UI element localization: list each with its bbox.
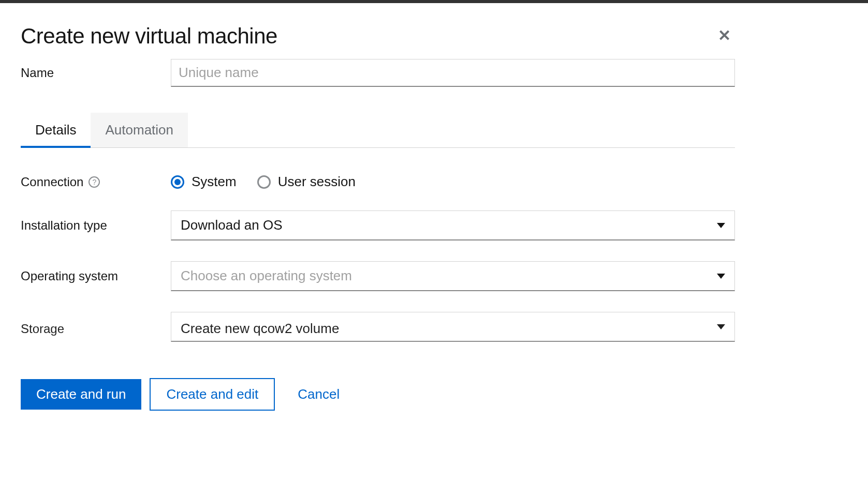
help-icon[interactable]: ? (89, 176, 100, 188)
close-button[interactable]: ✕ (714, 24, 735, 48)
installation-type-select[interactable]: Download an OS (171, 210, 735, 240)
chevron-down-icon (717, 274, 725, 279)
operating-system-row: Operating system Choose an operating sys… (21, 261, 735, 291)
storage-select[interactable]: Create new qcow2 volume (171, 312, 735, 342)
details-panel: Connection ? System User session (21, 174, 735, 363)
operating-system-placeholder: Choose an operating system (181, 268, 352, 284)
radio-user-session[interactable]: User session (257, 174, 356, 190)
operating-system-wrap: Choose an operating system (171, 261, 735, 291)
chevron-down-icon (717, 223, 725, 228)
radio-user-session-circle (257, 175, 271, 189)
storage-wrap: Create new qcow2 volume (171, 312, 735, 342)
tabs: Details Automation (21, 113, 735, 148)
scroll-fade (21, 357, 735, 363)
name-input-wrap (171, 59, 735, 87)
connection-radios: System User session (171, 174, 735, 190)
create-vm-dialog: Create new virtual machine ✕ Name Detail… (0, 3, 756, 426)
close-icon: ✕ (718, 27, 731, 44)
radio-system[interactable]: System (171, 174, 237, 190)
radio-system-circle (171, 175, 184, 189)
connection-radio-group: System User session (171, 174, 735, 190)
storage-row: Storage Create new qcow2 volume (21, 312, 735, 342)
installation-type-label: Installation type (21, 218, 171, 233)
create-and-run-button[interactable]: Create and run (21, 379, 141, 410)
create-and-edit-button[interactable]: Create and edit (150, 378, 275, 411)
connection-label: Connection ? (21, 175, 171, 189)
name-input[interactable] (171, 59, 735, 87)
cancel-button[interactable]: Cancel (283, 379, 355, 410)
chevron-down-icon (717, 324, 725, 329)
tab-automation[interactable]: Automation (91, 113, 188, 147)
installation-type-wrap: Download an OS (171, 210, 735, 240)
tab-details[interactable]: Details (21, 113, 91, 147)
operating-system-select[interactable]: Choose an operating system (171, 261, 735, 291)
connection-row: Connection ? System User session (21, 174, 735, 190)
connection-label-text: Connection (21, 175, 83, 189)
operating-system-label: Operating system (21, 269, 171, 283)
storage-value: Create new qcow2 volume (181, 321, 339, 337)
storage-label: Storage (21, 322, 171, 336)
dialog-title: Create new virtual machine (21, 24, 277, 49)
dialog-footer: Create and run Create and edit Cancel (21, 363, 735, 411)
name-label: Name (21, 66, 171, 80)
radio-dot-icon (174, 179, 181, 185)
radio-system-label: System (192, 174, 237, 190)
name-row: Name (21, 59, 735, 87)
radio-user-session-label: User session (278, 174, 356, 190)
installation-type-row: Installation type Download an OS (21, 210, 735, 240)
installation-type-value: Download an OS (181, 217, 283, 233)
dialog-header: Create new virtual machine ✕ (21, 24, 735, 49)
